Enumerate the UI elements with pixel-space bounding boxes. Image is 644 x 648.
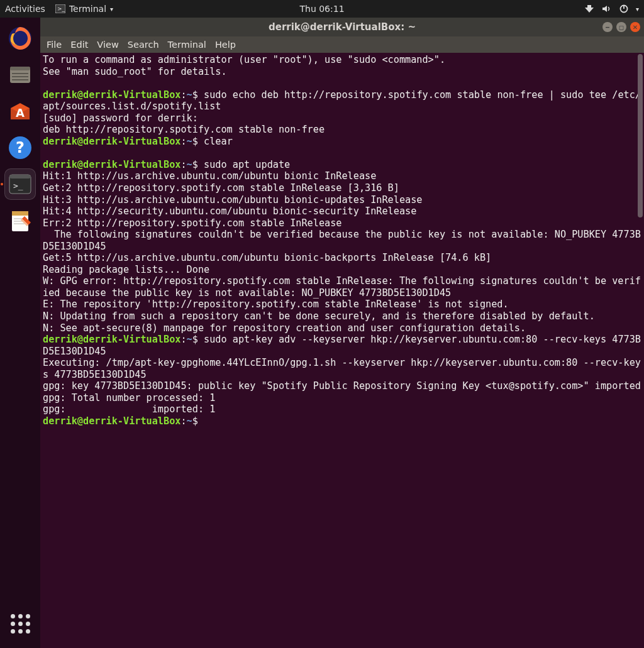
svg-text:>_: >_	[57, 6, 65, 12]
menu-edit[interactable]: Edit	[70, 40, 88, 50]
maximize-button[interactable]: ◻	[616, 22, 626, 32]
svg-rect-9	[12, 79, 28, 80]
menu-file[interactable]: File	[47, 40, 62, 50]
clock[interactable]: Thu 06:11	[299, 4, 344, 14]
titlebar[interactable]: derrik@derrik-VirtualBox: ~ ‒ ◻ ✕	[40, 18, 644, 36]
app-menu[interactable]: >_ Terminal ▾	[55, 4, 113, 14]
terminal-icon: >_	[55, 4, 65, 13]
dock-text-editor[interactable]	[4, 205, 36, 236]
svg-rect-6	[10, 67, 30, 70]
show-applications[interactable]	[4, 608, 36, 639]
dock-help[interactable]: ?	[4, 132, 36, 163]
svg-text:>_: >_	[13, 181, 23, 190]
network-icon[interactable]	[584, 4, 594, 13]
dock-files[interactable]	[4, 59, 36, 91]
terminal-window: derrik@derrik-VirtualBox: ~ ‒ ◻ ✕ File E…	[40, 18, 644, 648]
minimize-button[interactable]: ‒	[602, 22, 613, 32]
power-icon[interactable]	[619, 4, 628, 13]
dock-terminal[interactable]: >_	[4, 168, 36, 200]
close-button[interactable]: ✕	[630, 22, 640, 32]
svg-rect-17	[12, 211, 28, 216]
svg-rect-14	[9, 175, 31, 178]
svg-rect-7	[12, 73, 28, 74]
chevron-down-icon[interactable]: ▾	[636, 6, 639, 13]
menu-help[interactable]: Help	[215, 40, 236, 50]
menu-terminal[interactable]: Terminal	[168, 40, 206, 50]
volume-icon[interactable]	[602, 4, 612, 13]
menu-view[interactable]: View	[97, 40, 118, 50]
menu-search[interactable]: Search	[128, 40, 159, 50]
window-title: derrik@derrik-VirtualBox: ~	[269, 21, 416, 33]
chevron-down-icon: ▾	[110, 6, 113, 13]
scrollbar[interactable]	[638, 54, 643, 217]
dock-firefox[interactable]	[4, 23, 36, 54]
menubar: File Edit View Search Terminal Help	[40, 36, 644, 53]
activities-button[interactable]: Activities	[5, 4, 45, 14]
top-panel: Activities >_ Terminal ▾ Thu 06:11 ▾	[0, 0, 644, 18]
svg-rect-8	[12, 76, 28, 77]
dock-software[interactable]: A	[4, 96, 36, 127]
dock: A ? >_	[0, 18, 40, 648]
apps-grid-icon	[11, 614, 30, 634]
svg-text:?: ?	[16, 139, 25, 157]
terminal-content[interactable]: To run a command as administrator (user …	[40, 53, 644, 648]
svg-text:A: A	[16, 106, 25, 119]
